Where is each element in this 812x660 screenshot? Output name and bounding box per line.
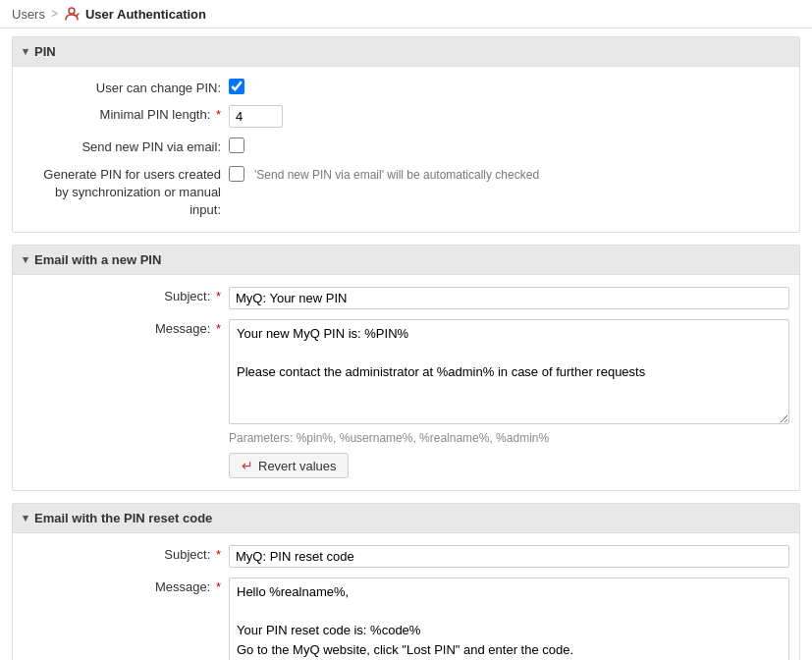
email-new-pin-subject-row: Subject: * xyxy=(23,287,789,309)
email-pin-reset-chevron-icon: ▾ xyxy=(23,512,28,524)
email-new-pin-revert-button[interactable]: ↵ Revert values xyxy=(229,453,349,478)
email-new-pin-subject-control xyxy=(229,287,789,309)
email-new-pin-section-body: Subject: * Message: * Parameters: %pin%,… xyxy=(13,275,799,491)
email-pin-reset-section: ▾ Email with the PIN reset code Subject:… xyxy=(12,503,800,660)
user-can-change-pin-control xyxy=(229,79,789,94)
email-pin-reset-subject-row: Subject: * xyxy=(23,545,789,568)
breadcrumb-separator: > xyxy=(51,7,58,21)
email-new-pin-subject-label: Subject: * xyxy=(23,287,229,303)
pin-chevron-icon: ▾ xyxy=(23,45,28,58)
generate-pin-hint: 'Send new PIN via email' will be automat… xyxy=(254,166,539,182)
pin-section: ▾ PIN User can change PIN: Minimal PIN l… xyxy=(12,36,800,233)
send-new-pin-row: Send new PIN via email: xyxy=(23,138,789,154)
email-pin-reset-message-label: Message: * xyxy=(23,578,229,594)
minimal-pin-length-label: Minimal PIN length: * xyxy=(23,105,229,122)
revert-icon: ↵ xyxy=(242,458,253,473)
email-pin-reset-section-body: Subject: * Message: * Parameters: %code%… xyxy=(13,533,799,660)
email-pin-reset-message-required: * xyxy=(212,579,221,594)
generate-pin-checkbox[interactable] xyxy=(229,166,244,182)
email-new-pin-chevron-icon: ▾ xyxy=(23,253,28,266)
breadcrumb-users-link[interactable]: Users xyxy=(12,7,45,22)
email-pin-reset-message-control: Parameters: %code%, %username%, %realnam… xyxy=(229,578,789,660)
user-can-change-pin-label: User can change PIN: xyxy=(23,79,229,95)
email-new-pin-subject-input[interactable] xyxy=(229,287,789,309)
email-new-pin-message-textarea[interactable] xyxy=(229,319,789,425)
minimal-pin-required-star: * xyxy=(212,107,221,122)
user-can-change-pin-row: User can change PIN: xyxy=(23,79,789,95)
email-pin-reset-subject-required: * xyxy=(212,547,221,562)
generate-pin-control: 'Send new PIN via email' will be automat… xyxy=(229,164,789,182)
email-pin-reset-message-row: Message: * Parameters: %code%, %username… xyxy=(23,578,789,660)
email-new-pin-message-label: Message: * xyxy=(23,319,229,336)
send-new-pin-checkbox[interactable] xyxy=(229,138,244,153)
email-new-pin-message-row: Message: * Parameters: %pin%, %username%… xyxy=(23,319,789,479)
generate-pin-row: Generate PIN for users created by synchr… xyxy=(23,164,789,220)
pin-section-label: PIN xyxy=(34,44,56,59)
email-pin-reset-subject-control xyxy=(229,545,789,568)
email-pin-reset-subject-input[interactable] xyxy=(229,545,789,568)
email-new-pin-subject-required: * xyxy=(212,289,221,303)
email-pin-reset-section-label: Email with the PIN reset code xyxy=(34,511,212,525)
minimal-pin-length-input[interactable] xyxy=(229,105,283,128)
email-pin-reset-section-header[interactable]: ▾ Email with the PIN reset code xyxy=(13,504,799,533)
email-pin-reset-message-textarea[interactable] xyxy=(229,578,789,660)
email-new-pin-section-header[interactable]: ▾ Email with a new PIN xyxy=(13,246,799,275)
user-can-change-pin-checkbox[interactable] xyxy=(229,79,244,94)
svg-point-0 xyxy=(69,8,75,14)
email-new-pin-section: ▾ Email with a new PIN Subject: * Messag… xyxy=(12,245,800,492)
minimal-pin-length-control xyxy=(229,105,789,128)
user-auth-icon xyxy=(64,6,80,22)
pin-section-header[interactable]: ▾ PIN xyxy=(13,37,799,67)
generate-pin-label: Generate PIN for users created by synchr… xyxy=(23,164,229,220)
send-new-pin-label: Send new PIN via email: xyxy=(23,138,229,154)
minimal-pin-length-row: Minimal PIN length: * xyxy=(23,105,789,128)
send-new-pin-control xyxy=(229,138,789,153)
breadcrumb: Users > User Authentication xyxy=(0,0,812,28)
revert-label: Revert values xyxy=(258,459,336,473)
email-new-pin-message-required: * xyxy=(212,321,221,336)
email-new-pin-message-control: Parameters: %pin%, %username%, %realname… xyxy=(229,319,789,479)
page-content: ▾ PIN User can change PIN: Minimal PIN l… xyxy=(0,28,812,660)
email-new-pin-section-label: Email with a new PIN xyxy=(34,252,161,267)
pin-section-body: User can change PIN: Minimal PIN length:… xyxy=(13,67,799,232)
page-title: User Authentication xyxy=(85,7,206,22)
email-pin-reset-subject-label: Subject: * xyxy=(23,545,229,562)
email-new-pin-params-hint: Parameters: %pin%, %username%, %realname… xyxy=(229,431,789,445)
